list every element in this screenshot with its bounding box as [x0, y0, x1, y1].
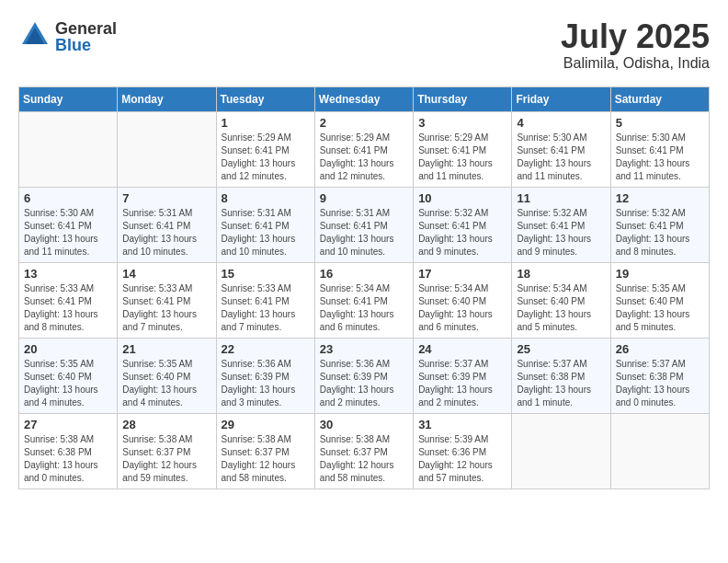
day-info: Sunrise: 5:34 AM Sunset: 6:40 PM Dayligh… [517, 282, 605, 334]
calendar-week-row: 27Sunrise: 5:38 AM Sunset: 6:38 PM Dayli… [19, 413, 710, 488]
day-number: 16 [320, 267, 408, 281]
day-number: 9 [320, 191, 408, 205]
calendar-cell [512, 413, 610, 488]
logo-blue-text: Blue [55, 37, 117, 53]
day-info: Sunrise: 5:38 AM Sunset: 6:38 PM Dayligh… [24, 433, 112, 485]
calendar-week-row: 20Sunrise: 5:35 AM Sunset: 6:40 PM Dayli… [19, 338, 710, 413]
calendar-cell: 15Sunrise: 5:33 AM Sunset: 6:41 PM Dayli… [216, 262, 314, 338]
day-number: 13 [24, 267, 112, 281]
day-number: 5 [616, 116, 704, 130]
calendar-cell: 31Sunrise: 5:39 AM Sunset: 6:36 PM Dayli… [414, 413, 512, 488]
calendar-cell: 29Sunrise: 5:38 AM Sunset: 6:37 PM Dayli… [216, 413, 314, 488]
day-info: Sunrise: 5:31 AM Sunset: 6:41 PM Dayligh… [320, 207, 408, 259]
calendar-cell: 20Sunrise: 5:35 AM Sunset: 6:40 PM Dayli… [19, 338, 118, 413]
day-info: Sunrise: 5:31 AM Sunset: 6:41 PM Dayligh… [122, 207, 210, 259]
day-number: 18 [517, 267, 605, 281]
calendar-cell: 24Sunrise: 5:37 AM Sunset: 6:39 PM Dayli… [414, 338, 512, 413]
calendar-cell: 28Sunrise: 5:38 AM Sunset: 6:37 PM Dayli… [118, 413, 216, 488]
logo-graphic [18, 18, 51, 55]
day-info: Sunrise: 5:29 AM Sunset: 6:41 PM Dayligh… [320, 132, 408, 183]
day-number: 23 [320, 342, 408, 356]
calendar-cell: 5Sunrise: 5:30 AM Sunset: 6:41 PM Daylig… [610, 111, 709, 187]
day-number: 29 [222, 418, 310, 431]
day-number: 22 [222, 342, 310, 356]
day-info: Sunrise: 5:30 AM Sunset: 6:41 PM Dayligh… [517, 132, 605, 183]
calendar-cell: 16Sunrise: 5:34 AM Sunset: 6:41 PM Dayli… [314, 262, 413, 338]
day-number: 28 [122, 418, 210, 431]
calendar-cell [118, 111, 216, 187]
calendar-week-row: 13Sunrise: 5:33 AM Sunset: 6:41 PM Dayli… [19, 262, 710, 338]
day-info: Sunrise: 5:33 AM Sunset: 6:41 PM Dayligh… [122, 282, 210, 334]
calendar-cell: 2Sunrise: 5:29 AM Sunset: 6:41 PM Daylig… [314, 111, 413, 187]
calendar-cell [19, 111, 118, 187]
day-number: 26 [616, 342, 704, 356]
calendar-cell: 27Sunrise: 5:38 AM Sunset: 6:38 PM Dayli… [19, 413, 118, 488]
calendar-cell: 7Sunrise: 5:31 AM Sunset: 6:41 PM Daylig… [118, 187, 216, 262]
day-number: 4 [517, 116, 605, 130]
day-info: Sunrise: 5:35 AM Sunset: 6:40 PM Dayligh… [24, 358, 112, 409]
day-info: Sunrise: 5:30 AM Sunset: 6:41 PM Dayligh… [616, 132, 704, 183]
day-info: Sunrise: 5:38 AM Sunset: 6:37 PM Dayligh… [222, 433, 310, 485]
day-info: Sunrise: 5:32 AM Sunset: 6:41 PM Dayligh… [616, 207, 704, 259]
day-number: 24 [418, 342, 506, 356]
calendar-cell: 9Sunrise: 5:31 AM Sunset: 6:41 PM Daylig… [314, 187, 413, 262]
day-info: Sunrise: 5:38 AM Sunset: 6:37 PM Dayligh… [320, 433, 408, 485]
day-number: 10 [418, 191, 506, 205]
calendar-header-row: SundayMondayTuesdayWednesdayThursdayFrid… [19, 86, 710, 111]
day-info: Sunrise: 5:35 AM Sunset: 6:40 PM Dayligh… [122, 358, 210, 409]
calendar-cell: 18Sunrise: 5:34 AM Sunset: 6:40 PM Dayli… [512, 262, 610, 338]
calendar-cell: 22Sunrise: 5:36 AM Sunset: 6:39 PM Dayli… [216, 338, 314, 413]
calendar-cell: 25Sunrise: 5:37 AM Sunset: 6:38 PM Dayli… [512, 338, 610, 413]
day-info: Sunrise: 5:34 AM Sunset: 6:41 PM Dayligh… [320, 282, 408, 334]
calendar-cell: 30Sunrise: 5:38 AM Sunset: 6:37 PM Dayli… [314, 413, 413, 488]
calendar-cell: 14Sunrise: 5:33 AM Sunset: 6:41 PM Dayli… [118, 262, 216, 338]
day-info: Sunrise: 5:32 AM Sunset: 6:41 PM Dayligh… [418, 207, 506, 259]
day-number: 15 [222, 267, 310, 281]
calendar-cell [610, 413, 709, 488]
day-info: Sunrise: 5:33 AM Sunset: 6:41 PM Dayligh… [24, 282, 112, 334]
day-number: 3 [418, 116, 506, 130]
day-number: 12 [616, 191, 704, 205]
day-number: 7 [122, 191, 210, 205]
calendar-cell: 19Sunrise: 5:35 AM Sunset: 6:40 PM Dayli… [610, 262, 709, 338]
calendar-week-row: 6Sunrise: 5:30 AM Sunset: 6:41 PM Daylig… [19, 187, 710, 262]
day-number: 31 [418, 418, 506, 431]
day-info: Sunrise: 5:33 AM Sunset: 6:41 PM Dayligh… [222, 282, 310, 334]
calendar-cell: 12Sunrise: 5:32 AM Sunset: 6:41 PM Dayli… [610, 187, 709, 262]
header-thursday: Thursday [414, 86, 512, 111]
day-info: Sunrise: 5:37 AM Sunset: 6:39 PM Dayligh… [418, 358, 506, 409]
day-info: Sunrise: 5:34 AM Sunset: 6:40 PM Dayligh… [418, 282, 506, 334]
calendar-cell: 13Sunrise: 5:33 AM Sunset: 6:41 PM Dayli… [19, 262, 118, 338]
title-block: July 2025 Balimila, Odisha, India [561, 18, 710, 72]
logo-general-text: General [55, 20, 117, 37]
calendar-cell: 8Sunrise: 5:31 AM Sunset: 6:41 PM Daylig… [216, 187, 314, 262]
day-number: 21 [122, 342, 210, 356]
day-info: Sunrise: 5:29 AM Sunset: 6:41 PM Dayligh… [222, 132, 310, 183]
calendar-cell: 26Sunrise: 5:37 AM Sunset: 6:38 PM Dayli… [610, 338, 709, 413]
day-info: Sunrise: 5:29 AM Sunset: 6:41 PM Dayligh… [418, 132, 506, 183]
header-tuesday: Tuesday [216, 86, 314, 111]
day-number: 20 [24, 342, 112, 356]
day-info: Sunrise: 5:36 AM Sunset: 6:39 PM Dayligh… [320, 358, 408, 409]
calendar-cell: 3Sunrise: 5:29 AM Sunset: 6:41 PM Daylig… [414, 111, 512, 187]
day-number: 30 [320, 418, 408, 431]
header-friday: Friday [512, 86, 610, 111]
day-info: Sunrise: 5:32 AM Sunset: 6:41 PM Dayligh… [517, 207, 605, 259]
calendar-cell: 21Sunrise: 5:35 AM Sunset: 6:40 PM Dayli… [118, 338, 216, 413]
month-title: July 2025 [561, 18, 710, 55]
calendar-cell: 10Sunrise: 5:32 AM Sunset: 6:41 PM Dayli… [414, 187, 512, 262]
location-title: Balimila, Odisha, India [561, 55, 710, 72]
day-number: 17 [418, 267, 506, 281]
day-info: Sunrise: 5:31 AM Sunset: 6:41 PM Dayligh… [222, 207, 310, 259]
calendar-cell: 11Sunrise: 5:32 AM Sunset: 6:41 PM Dayli… [512, 187, 610, 262]
header-wednesday: Wednesday [314, 86, 413, 111]
day-info: Sunrise: 5:35 AM Sunset: 6:40 PM Dayligh… [616, 282, 704, 334]
calendar-cell: 23Sunrise: 5:36 AM Sunset: 6:39 PM Dayli… [314, 338, 413, 413]
calendar-cell: 1Sunrise: 5:29 AM Sunset: 6:41 PM Daylig… [216, 111, 314, 187]
day-number: 11 [517, 191, 605, 205]
day-number: 2 [320, 116, 408, 130]
day-number: 8 [222, 191, 310, 205]
calendar-week-row: 1Sunrise: 5:29 AM Sunset: 6:41 PM Daylig… [19, 111, 710, 187]
day-number: 19 [616, 267, 704, 281]
header-monday: Monday [118, 86, 216, 111]
